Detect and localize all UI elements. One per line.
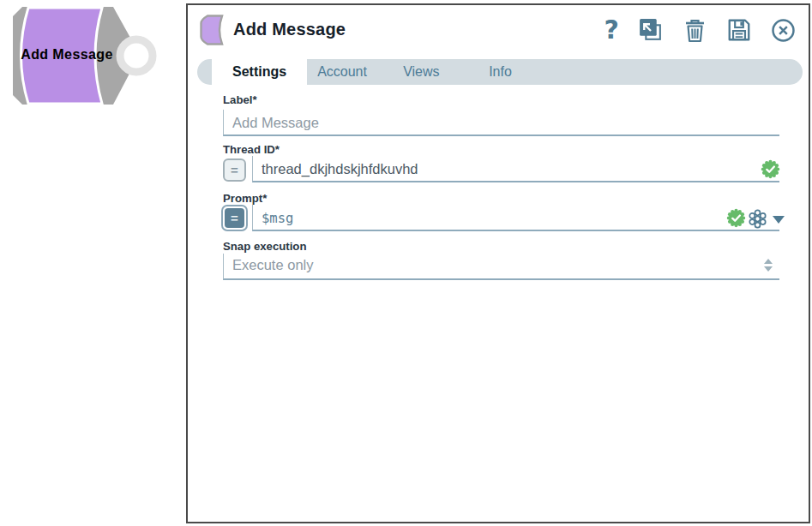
- thread-id-field-label: Thread ID*: [223, 143, 280, 156]
- prompt-dropdown-arrow-icon[interactable]: [773, 216, 785, 224]
- prompt-input[interactable]: [252, 205, 779, 231]
- popout-icon[interactable]: [637, 17, 664, 44]
- thread-id-expression-toggle[interactable]: =: [223, 158, 246, 182]
- snap-execution-spinner-icon[interactable]: [764, 259, 773, 272]
- spinner-down-icon[interactable]: [764, 266, 773, 272]
- pipeline-snap-add-message[interactable]: Add Message: [0, 0, 167, 120]
- prompt-field-label: Prompt*: [223, 192, 267, 205]
- label-input[interactable]: [223, 110, 779, 136]
- delete-icon[interactable]: [682, 17, 708, 44]
- tab-settings[interactable]: Settings: [212, 59, 307, 85]
- help-icon[interactable]: ?: [604, 17, 619, 43]
- tab-views[interactable]: Views: [393, 59, 478, 85]
- snap-icon: [199, 14, 226, 50]
- label-field-label: Label*: [223, 93, 257, 106]
- tab-info[interactable]: Info: [478, 59, 564, 85]
- tab-bar: Settings Account Views Info: [197, 59, 803, 85]
- header-actions: ?: [604, 15, 797, 45]
- snap-execution-field-label: Snap execution: [223, 240, 306, 253]
- thread-id-input[interactable]: [252, 156, 779, 182]
- prompt-valid-badge-icon: [726, 208, 746, 231]
- prompt-expression-toggle[interactable]: =: [221, 205, 248, 231]
- thread-id-valid-badge-icon: [761, 159, 780, 182]
- snap-settings-dialog: Add Message ?: [186, 3, 810, 523]
- close-icon[interactable]: [770, 17, 797, 44]
- snap-execution-select[interactable]: Execute only: [223, 254, 779, 280]
- save-icon[interactable]: [726, 17, 752, 43]
- snap-label: Add Message: [0, 47, 134, 63]
- dialog-title: Add Message: [233, 20, 346, 39]
- expression-suggest-icon[interactable]: [746, 207, 769, 234]
- tab-account[interactable]: Account: [307, 59, 393, 85]
- spinner-up-icon[interactable]: [764, 259, 773, 264]
- dialog-header: Add Message ?: [188, 5, 809, 58]
